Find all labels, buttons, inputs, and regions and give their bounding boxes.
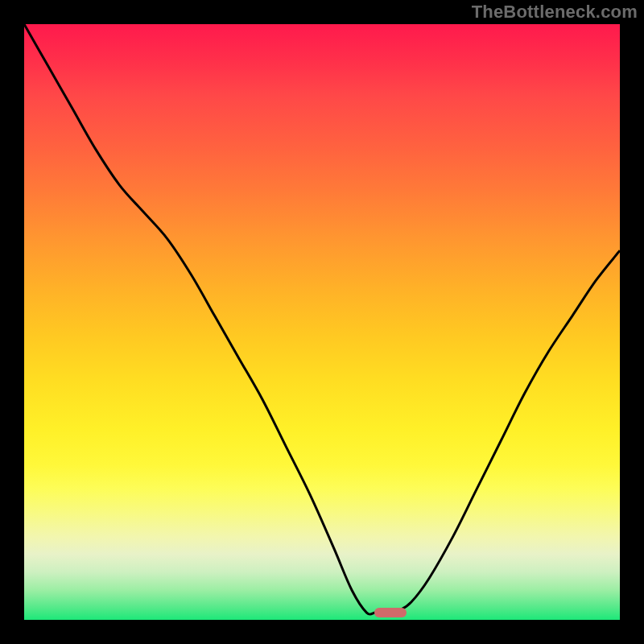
watermark-text: TheBottleneck.com bbox=[472, 2, 638, 23]
chart-frame: TheBottleneck.com bbox=[0, 0, 644, 644]
curve-layer bbox=[24, 24, 620, 620]
bottleneck-curve bbox=[24, 24, 620, 614]
optimal-range-marker bbox=[374, 608, 407, 617]
plot-area bbox=[24, 24, 620, 620]
